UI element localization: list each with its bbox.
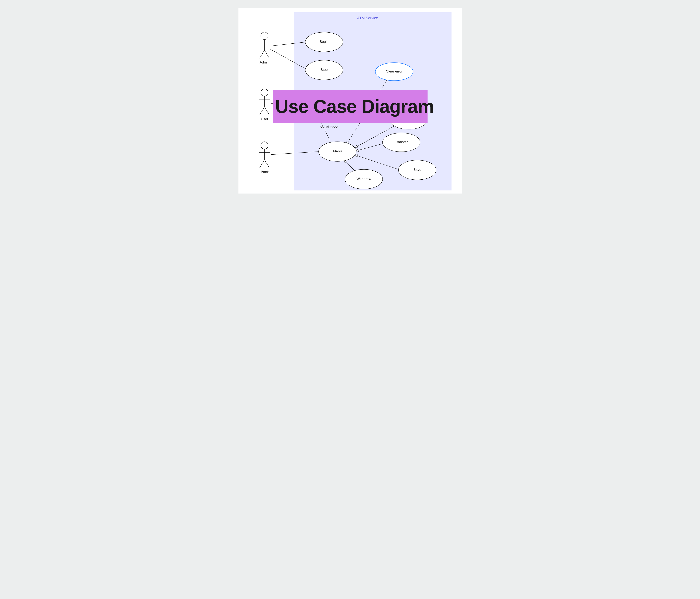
svg-point-0 [261,32,268,40]
usecase-menu-label: Menu [333,149,342,153]
svg-line-3 [259,50,265,58]
title-banner-text: Use Case Diagram [275,97,434,116]
svg-line-14 [265,160,269,168]
svg-point-10 [261,142,268,149]
diagram-canvas: ATM Service <<include>> [239,8,462,193]
edge-withdraw-to-menu [344,160,356,172]
assoc-admin-stop [270,49,307,70]
edge-save-to-menu [355,155,400,170]
assoc-bank-menu [271,152,319,155]
edge-transfer-to-menu [356,144,384,151]
usecase-begin-label: Begin [320,40,328,44]
usecase-save-label: Save [413,168,421,172]
edge-include-label: <<include>> [320,125,338,129]
svg-line-13 [259,160,265,168]
svg-line-8 [259,107,265,115]
page-background: ATM Service <<include>> [0,0,700,599]
svg-point-5 [261,89,268,96]
actor-admin-label: Admin [259,60,270,64]
actor-user [259,89,270,115]
actor-bank-label: Bank [260,170,269,174]
actor-user-label: User [260,117,269,121]
title-banner: Use Case Diagram [273,90,428,123]
svg-line-9 [265,107,269,115]
usecase-clear-error-label: Clear error [386,70,403,73]
actor-bank [259,142,270,168]
actor-admin [259,32,270,58]
assoc-admin-begin [270,42,306,46]
usecase-transfer-label: Transfer [395,140,408,144]
usecase-stop-label: Stop [320,68,328,72]
svg-line-4 [265,50,269,58]
usecase-withdraw-label: Withdraw [356,177,371,181]
